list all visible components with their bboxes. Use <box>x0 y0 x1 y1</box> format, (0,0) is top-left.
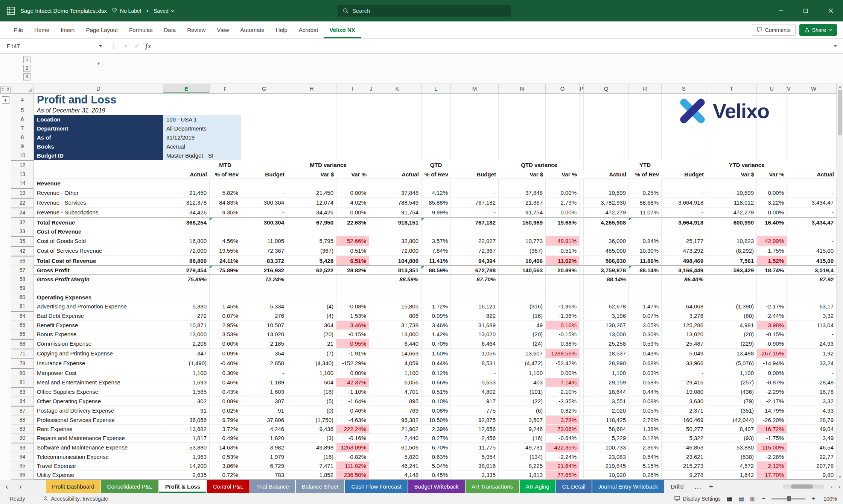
cell-Q93[interactable]: 100,733 <box>584 443 629 452</box>
cell-V10[interactable] <box>787 151 791 160</box>
cell-Q71[interactable]: 18,537 <box>584 349 629 358</box>
row-number-81[interactable]: 81 <box>11 378 34 387</box>
cell-K58[interactable]: 88.59% <box>373 275 422 284</box>
cell-K4[interactable] <box>373 94 422 106</box>
cell-U80[interactable]: 0.00% <box>757 368 787 378</box>
cell-F87[interactable]: 0.02% <box>210 406 241 416</box>
cell-U58[interactable] <box>757 275 787 284</box>
row-label-advertising-and-promotion-expense[interactable]: Advertising and Promotion Expense <box>34 302 163 311</box>
cell-S58[interactable]: 86.40% <box>662 275 706 284</box>
cell-Q9[interactable] <box>584 142 629 151</box>
sheet-tab-ar-transactions[interactable]: AR Transactions <box>466 480 519 493</box>
cell-S10[interactable] <box>662 151 706 160</box>
cell-W56[interactable]: 415,00 <box>791 256 837 266</box>
cell-L7[interactable] <box>422 124 451 133</box>
cell-O59[interactable] <box>546 284 580 293</box>
cell-P32[interactable] <box>580 217 584 227</box>
search-bar[interactable]: Search <box>338 5 511 17</box>
cell-N88[interactable]: 3,507 <box>499 416 546 425</box>
autosave-status-button[interactable]: Saved <box>154 8 175 14</box>
cell-P35[interactable] <box>580 236 584 246</box>
cell-U60[interactable] <box>757 293 787 302</box>
cell-L19[interactable]: 4.12% <box>422 188 451 198</box>
cell-P84[interactable] <box>580 397 584 406</box>
cell-O57[interactable]: 20.89% <box>546 266 580 275</box>
cell-P8[interactable] <box>580 133 584 142</box>
cell-V66[interactable] <box>787 330 791 339</box>
cell-S7[interactable] <box>662 124 706 133</box>
cell-J32[interactable] <box>369 217 373 227</box>
cell-F57[interactable]: 75.89% <box>210 266 241 275</box>
cell-N56[interactable]: 10,406 <box>499 256 546 266</box>
cell-W80[interactable]: - <box>791 368 837 378</box>
cell-T56[interactable]: 7,561 <box>706 256 757 266</box>
cell-Q80[interactable]: 1,100 <box>584 368 629 378</box>
column-header-L[interactable]: L <box>422 83 451 94</box>
cell-J88[interactable] <box>369 416 373 425</box>
cell-Q6[interactable] <box>584 115 629 124</box>
cell-S65[interactable]: 125,286 <box>662 321 706 330</box>
cell-F64[interactable]: 0.07% <box>210 311 241 321</box>
cell-Q59[interactable] <box>584 284 629 293</box>
cell-K80[interactable]: 1,100 <box>373 368 422 378</box>
cell-M96[interactable]: 2,335 <box>451 471 499 480</box>
ribbon-tab-insert[interactable]: Insert <box>55 21 81 38</box>
sub-header-actual[interactable]: Actual <box>373 170 422 179</box>
cell-P89[interactable] <box>580 425 584 434</box>
cell-L81[interactable]: 0.66% <box>422 378 451 387</box>
cell-K14[interactable] <box>373 179 422 188</box>
cell-Q42[interactable]: 465,000 <box>584 246 629 256</box>
page-break-view-button[interactable]: ▥ <box>750 496 756 502</box>
cell-P81[interactable] <box>580 378 584 387</box>
column-outline-level-2[interactable]: 2 <box>23 65 30 72</box>
cell-K19[interactable]: 37,848 <box>373 188 422 198</box>
cell-M35[interactable]: 22,027 <box>451 236 499 246</box>
cell-H5[interactable] <box>287 106 336 115</box>
cell-O56[interactable]: 11.02% <box>546 256 580 266</box>
cell-R60[interactable] <box>629 293 662 302</box>
cell-I65[interactable]: 3.46% <box>336 321 369 330</box>
row-label-office-supplies-expense[interactable]: Office Supplies Expense <box>34 387 163 397</box>
cell-G93[interactable]: 3,982 <box>241 443 287 452</box>
cell-E71[interactable]: 347 <box>163 349 210 358</box>
cell-V32[interactable] <box>787 217 791 227</box>
cell-T68[interactable]: (229) <box>706 339 757 349</box>
row-label-revenue-other[interactable]: Revenue - Other <box>34 188 163 198</box>
cell-F68[interactable]: 0.60% <box>210 339 241 349</box>
cell-S98[interactable] <box>662 480 706 480</box>
cell-J93[interactable] <box>369 443 373 452</box>
cell-P93[interactable] <box>580 443 584 452</box>
cell-R90[interactable]: 0.12% <box>629 434 662 443</box>
cell-Q56[interactable]: 506,030 <box>584 256 629 266</box>
cell-L4[interactable] <box>422 94 451 106</box>
row-number-95[interactable]: 95 <box>11 461 34 471</box>
cell-W35[interactable]: - <box>791 236 837 246</box>
cell-O7[interactable] <box>546 124 580 133</box>
cell-K33[interactable] <box>373 227 422 236</box>
cell-J22[interactable] <box>369 198 373 208</box>
cell-Q64[interactable]: 3,196 <box>584 311 629 321</box>
cell-U59[interactable] <box>757 284 787 293</box>
cell-I95[interactable]: 111.02% <box>336 461 369 471</box>
cell-R71[interactable]: 0.43% <box>629 349 662 358</box>
cell-Q19[interactable]: 10,699 <box>584 188 629 198</box>
cell-G9[interactable] <box>241 142 287 151</box>
sub-header-of-rev[interactable]: % of Rev <box>210 170 241 179</box>
cell-T24[interactable]: 472,279 <box>706 208 757 217</box>
cell-I8[interactable] <box>336 133 369 142</box>
row-number-56[interactable]: 56 <box>11 256 34 266</box>
cell-I22[interactable]: 4.02% <box>336 198 369 208</box>
cell-O10[interactable] <box>546 151 580 160</box>
cell-V19[interactable] <box>787 188 791 198</box>
cell-I6[interactable] <box>336 115 369 124</box>
cell-O35[interactable]: 48.91% <box>546 236 580 246</box>
cell-R66[interactable]: 0.30% <box>629 330 662 339</box>
cell-V93[interactable] <box>787 443 791 452</box>
cell-J98[interactable] <box>369 480 373 480</box>
cell-T60[interactable] <box>706 293 757 302</box>
cell-W61[interactable]: 63,17 <box>791 302 837 311</box>
cell-H66[interactable]: (20) <box>287 330 336 339</box>
cell-K68[interactable]: 6,440 <box>373 339 422 349</box>
cell-U84[interactable]: -2.17% <box>757 397 787 406</box>
cell-N42[interactable]: (367) <box>499 246 546 256</box>
